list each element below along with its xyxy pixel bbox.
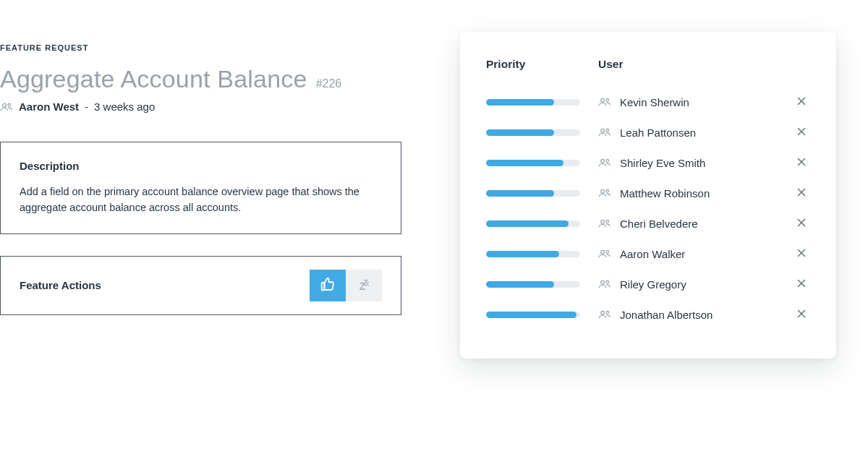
- user-cell: Cheri Belvedere: [598, 218, 793, 230]
- remove-user-button[interactable]: [793, 247, 810, 260]
- user-cell: Matthew Robinson: [598, 187, 793, 200]
- priority-cell: [486, 99, 598, 106]
- priority-bar: [486, 190, 580, 197]
- remove-user-button[interactable]: [793, 95, 810, 108]
- user-cell: Riley Gregory: [598, 278, 793, 291]
- author-name: Aaron West: [19, 100, 79, 113]
- time-ago: 3 weeks ago: [94, 100, 155, 113]
- people-icon: [598, 188, 611, 198]
- user-name: Matthew Robinson: [620, 187, 710, 200]
- feature-left-column: FEATURE REQUEST Aggregate Account Balanc…: [0, 43, 401, 315]
- user-cell: Kevin Sherwin: [598, 96, 793, 108]
- description-card: Description Add a field on the primary a…: [0, 142, 401, 234]
- priority-cell: [486, 220, 598, 227]
- panel-row: Jonathan Albertson: [486, 299, 810, 330]
- page-root: FEATURE REQUEST Aggregate Account Balanc…: [0, 0, 868, 459]
- priority-bar-fill: [486, 160, 563, 166]
- svg-point-1: [8, 103, 11, 106]
- panel-row: Shirley Eve Smith: [486, 147, 810, 178]
- priority-bar: [486, 281, 580, 288]
- panel-row: Cheri Belvedere: [486, 208, 810, 239]
- priority-bar: [486, 220, 580, 227]
- user-cell: Jonathan Albertson: [598, 309, 793, 321]
- remove-user-button[interactable]: [793, 278, 810, 291]
- user-column-header: User: [598, 58, 810, 71]
- user-cell: Shirley Eve Smith: [598, 157, 793, 169]
- svg-point-11: [606, 159, 609, 162]
- priority-column-header: Priority: [486, 58, 598, 71]
- priority-cell: [486, 281, 598, 288]
- svg-point-18: [601, 220, 605, 223]
- close-icon: [797, 247, 806, 260]
- close-icon: [797, 95, 806, 108]
- remove-user-button[interactable]: [793, 308, 810, 321]
- close-icon: [797, 308, 806, 321]
- priority-cell: [486, 129, 598, 136]
- user-name: Cheri Belvedere: [620, 218, 698, 230]
- svg-point-2: [601, 98, 605, 102]
- user-name: Shirley Eve Smith: [620, 157, 705, 169]
- svg-point-6: [601, 129, 605, 132]
- user-name: Kevin Sherwin: [620, 96, 689, 108]
- feature-actions-heading: Feature Actions: [20, 279, 101, 291]
- priority-cell: [486, 190, 598, 197]
- svg-point-22: [601, 250, 605, 254]
- action-button-group: ZZZ: [310, 270, 382, 301]
- priority-bar-fill: [486, 251, 559, 257]
- priority-bar-fill: [486, 220, 569, 227]
- panel-row: Aaron Walker: [486, 239, 810, 269]
- user-name: Leah Pattonsen: [620, 126, 696, 139]
- title-row: Aggregate Account Balance #226: [0, 65, 401, 93]
- feature-title: Aggregate Account Balance: [0, 65, 307, 93]
- svg-point-15: [606, 189, 609, 192]
- svg-point-0: [3, 103, 7, 107]
- close-icon: [797, 278, 806, 291]
- priority-bar-fill: [486, 312, 576, 318]
- user-name: Jonathan Albertson: [620, 309, 712, 321]
- remove-user-button[interactable]: [793, 156, 810, 169]
- priority-cell: [486, 160, 598, 166]
- byline-separator: -: [85, 100, 88, 113]
- eyebrow-label: FEATURE REQUEST: [0, 43, 401, 52]
- people-icon: [598, 127, 611, 137]
- people-icon: [598, 97, 611, 107]
- close-icon: [797, 156, 806, 169]
- user-name: Riley Gregory: [620, 278, 686, 291]
- remove-user-button[interactable]: [793, 126, 810, 139]
- panel-row: Matthew Robinson: [486, 178, 810, 208]
- svg-point-10: [601, 159, 605, 163]
- remove-user-button[interactable]: [793, 186, 810, 200]
- priority-bar: [486, 160, 580, 166]
- panel-row: Leah Pattonsen: [486, 117, 810, 147]
- user-name: Aaron Walker: [620, 248, 685, 260]
- svg-point-3: [606, 98, 609, 101]
- svg-point-31: [606, 311, 609, 314]
- close-icon: [797, 217, 806, 230]
- people-icon: [598, 279, 611, 289]
- svg-point-23: [606, 250, 609, 253]
- priority-bar: [486, 99, 580, 106]
- people-icon: [598, 249, 611, 259]
- panel-row: Kevin Sherwin: [486, 87, 810, 117]
- priority-bar-fill: [486, 281, 554, 288]
- priority-cell: [486, 251, 598, 257]
- close-icon: [797, 126, 806, 139]
- svg-point-19: [606, 220, 609, 223]
- thumbs-up-icon: [320, 276, 336, 295]
- remove-user-button[interactable]: [793, 217, 810, 230]
- priority-user-panel: Priority User Kevin SherwinLeah Pattonse…: [460, 32, 836, 359]
- people-icon: [598, 309, 611, 319]
- panel-header-row: Priority User: [486, 58, 810, 71]
- byline: Aaron West - 3 weeks ago: [0, 100, 401, 113]
- priority-bar: [486, 251, 580, 257]
- priority-bar-fill: [486, 99, 554, 106]
- people-icon: [598, 158, 611, 168]
- priority-bar: [486, 129, 580, 136]
- priority-bar-fill: [486, 129, 554, 136]
- panel-rows: Kevin SherwinLeah PattonsenShirley Eve S…: [486, 87, 810, 330]
- like-button[interactable]: [310, 270, 346, 301]
- description-heading: Description: [20, 160, 382, 172]
- issue-id: #226: [316, 77, 342, 90]
- snooze-button[interactable]: ZZZ: [346, 270, 382, 301]
- user-cell: Leah Pattonsen: [598, 126, 793, 139]
